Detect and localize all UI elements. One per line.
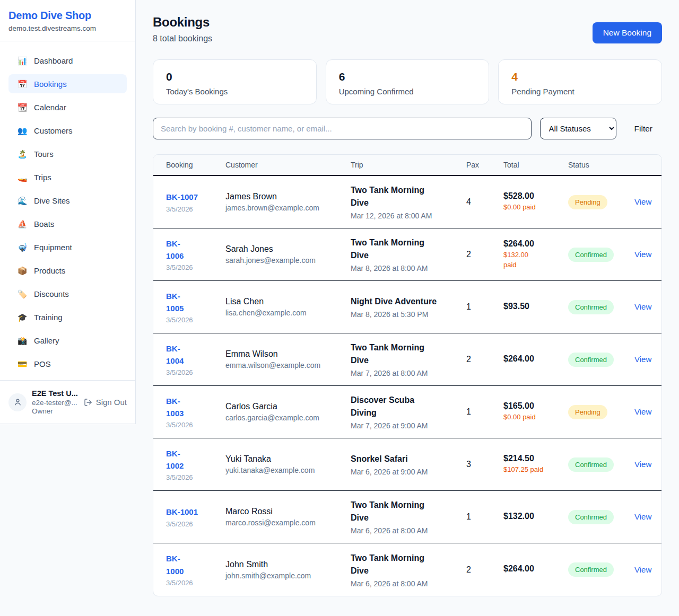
trip-cell: Two Tank Morning Dive Mar 12, 2026 at 8:… [351,184,466,220]
view-link[interactable]: View [634,302,651,311]
table-row: BK- 1000 3/5/2026 John Smith john.smith@… [153,543,661,596]
trip-datetime: Mar 6, 2026 at 8:00 AM [351,579,466,588]
view-link[interactable]: View [634,407,651,416]
trip-cell: Snorkel Safari Mar 6, 2026 at 9:00 AM [351,453,466,476]
tours-icon: 🏝️ [17,150,28,158]
sidebar-item[interactable]: 👥 Customers [8,121,127,140]
sidebar-item[interactable]: 📅 Bookings [8,74,127,93]
products-icon: 📦 [17,267,28,275]
customer-cell: Emma Wilson emma.wilson@example.com [225,349,351,369]
status-filter-select[interactable]: All Statuses [540,118,616,139]
trip-cell: Two Tank Morning Dive Mar 6, 2026 at 8:0… [351,552,466,588]
page-title: Bookings [153,15,212,30]
table-row: BK- 1004 3/5/2026 Emma Wilson emma.wilso… [153,333,661,386]
status-cell: Confirmed [568,510,634,524]
sidebar-item[interactable]: 📊 Dashboard [8,51,127,70]
booking-id-link[interactable]: BK- 1006 [166,237,225,262]
actions-cell: View [634,302,651,312]
paid-amount: $0.00 paid [503,203,568,213]
main-content: Bookings 8 total bookings New Booking 0 … [136,0,679,596]
paid-amount: $132.00 paid [503,250,568,270]
user-name: E2E Test U... [32,389,79,398]
booking-id-link[interactable]: BK- 1000 [166,552,225,577]
booking-cell: BK- 1004 3/5/2026 [166,342,225,377]
sidebar-item[interactable]: ⛵ Boats [8,214,127,233]
view-link[interactable]: View [634,512,651,521]
customer-name: John Smith [225,560,351,569]
table-header-row: Booking Customer Trip Pax Total Status [153,155,661,176]
trip-datetime: Mar 7, 2026 at 8:00 AM [351,369,466,377]
sign-out-button[interactable]: Sign Out [84,398,127,407]
sidebar-item[interactable]: 🎓 Training [8,307,127,327]
pos-icon: 💳 [17,360,28,368]
pax-count: 4 [466,197,503,207]
dashboard-icon: 📊 [17,57,28,65]
booking-cell: BK- 1005 3/5/2026 [166,290,225,324]
table-row: BK- 1003 3/5/2026 Carlos Garcia carlos.g… [153,386,661,438]
brand: Demo Dive Shop demo.test.divestreams.com [0,0,135,41]
sidebar-item[interactable]: 🏷️ Discounts [8,284,127,303]
user-footer: E2E Test U... e2e-tester@... Owner Sign … [0,380,135,424]
calendar-icon: 📆 [17,103,28,111]
trip-name: Two Tank Morning Dive [351,184,466,209]
training-icon: 🎓 [17,313,28,321]
pax-count: 1 [466,512,503,522]
person-icon [13,398,22,407]
booking-id-link[interactable]: BK-1001 [166,506,225,518]
shop-domain: demo.test.divestreams.com [8,24,127,32]
customer-name: Lisa Chen [225,297,351,306]
bookings-icon: 📅 [17,80,28,88]
booking-id-link[interactable]: BK- 1002 [166,447,225,472]
sidebar-item-label: Bookings [34,80,67,89]
sidebar-item[interactable]: 🚤 Trips [8,168,127,187]
view-link[interactable]: View [634,460,651,469]
trip-cell: Night Dive Adventure Mar 8, 2026 at 5:30… [351,295,466,319]
booking-id-link[interactable]: BK- 1005 [166,290,225,315]
customer-email: yuki.tanaka@example.com [225,466,351,474]
view-link[interactable]: View [634,565,651,574]
sidebar-item[interactable]: 💳 POS [8,354,127,373]
stat-value: 4 [511,70,649,83]
customer-name: Emma Wilson [225,349,351,359]
booking-id-link[interactable]: BK- 1004 [166,342,225,367]
booking-cell: BK- 1003 3/5/2026 [166,395,225,429]
sidebar-item[interactable]: 🤿 Equipment [8,237,127,257]
total-cell: $264.00 [503,564,568,575]
view-link[interactable]: View [634,197,651,206]
stat-value: 6 [339,70,476,83]
filter-button[interactable]: Filter [625,120,662,138]
pax-count: 2 [466,355,503,364]
sidebar-item-label: Dive Sites [34,196,70,205]
view-link[interactable]: View [634,250,651,259]
sidebar-item[interactable]: 🌊 Dive Sites [8,191,127,210]
trip-datetime: Mar 6, 2026 at 8:00 AM [351,526,466,535]
new-booking-button[interactable]: New Booking [593,22,662,43]
booking-cell: BK- 1000 3/5/2026 [166,552,225,587]
sidebar-nav: 📊 Dashboard 📅 Bookings 📆 Calendar 👥 Cust… [0,41,135,377]
customer-email: james.brown@example.com [225,204,351,212]
sidebar-item[interactable]: 📆 Calendar [8,98,127,117]
booking-id-link[interactable]: BK- 1003 [166,395,225,420]
booking-date: 3/5/2026 [166,263,225,271]
booking-id-link[interactable]: BK-1007 [166,191,225,203]
sidebar-item-label: Calendar [34,103,66,112]
total-cell: $132.00 [503,512,568,523]
trip-name: Two Tank Morning Dive [351,552,466,577]
customers-icon: 👥 [17,127,28,135]
view-link[interactable]: View [634,355,651,364]
sidebar-item[interactable]: 📸 Gallery [8,331,127,350]
search-input[interactable] [153,118,532,139]
booking-date: 3/5/2026 [166,473,225,481]
customer-name: Carlos Garcia [225,402,351,411]
customer-cell: John Smith john.smith@example.com [225,560,351,580]
sidebar-item-label: Discounts [34,289,69,298]
actions-cell: View [634,197,651,207]
booking-cell: BK- 1002 3/5/2026 [166,447,225,482]
sidebar-item[interactable]: 🏝️ Tours [8,144,127,163]
status-cell: Pending [568,195,634,209]
stats-row: 0 Today's Bookings 6 Upcoming Confirmed … [153,59,662,104]
sidebar-item[interactable]: 📦 Products [8,261,127,280]
pax-count: 3 [466,460,503,469]
customer-name: James Brown [225,192,351,201]
sidebar-item-label: Gallery [34,336,59,345]
